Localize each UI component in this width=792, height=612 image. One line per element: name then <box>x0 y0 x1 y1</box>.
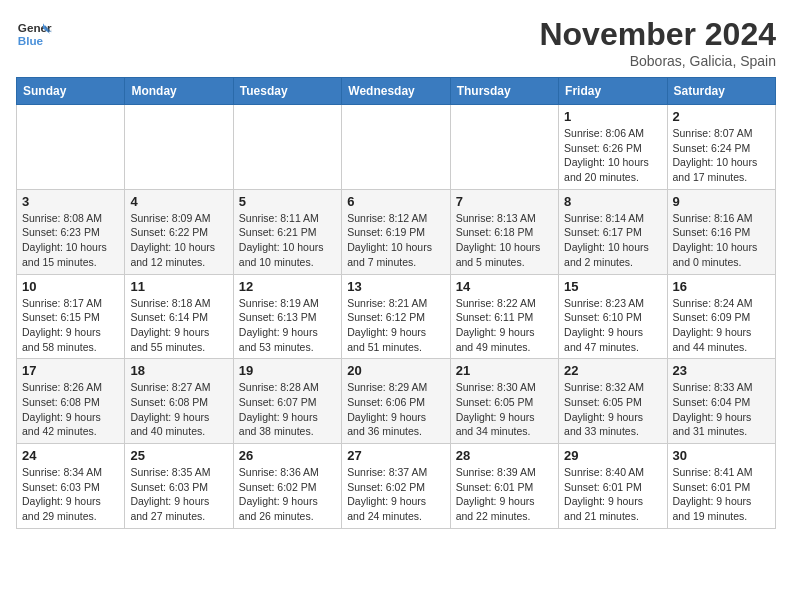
day-info: Sunrise: 8:27 AM Sunset: 6:08 PM Dayligh… <box>130 380 227 439</box>
calendar-cell <box>17 105 125 190</box>
calendar-cell: 11Sunrise: 8:18 AM Sunset: 6:14 PM Dayli… <box>125 274 233 359</box>
day-number: 26 <box>239 448 336 463</box>
day-number: 24 <box>22 448 119 463</box>
day-info: Sunrise: 8:16 AM Sunset: 6:16 PM Dayligh… <box>673 211 770 270</box>
day-info: Sunrise: 8:17 AM Sunset: 6:15 PM Dayligh… <box>22 296 119 355</box>
day-info: Sunrise: 8:37 AM Sunset: 6:02 PM Dayligh… <box>347 465 444 524</box>
day-number: 2 <box>673 109 770 124</box>
calendar-cell: 26Sunrise: 8:36 AM Sunset: 6:02 PM Dayli… <box>233 444 341 529</box>
page-header: General Blue November 2024 Boboras, Gali… <box>16 16 776 69</box>
day-info: Sunrise: 8:26 AM Sunset: 6:08 PM Dayligh… <box>22 380 119 439</box>
day-info: Sunrise: 8:09 AM Sunset: 6:22 PM Dayligh… <box>130 211 227 270</box>
day-number: 10 <box>22 279 119 294</box>
day-number: 6 <box>347 194 444 209</box>
calendar-cell: 27Sunrise: 8:37 AM Sunset: 6:02 PM Dayli… <box>342 444 450 529</box>
calendar-cell: 15Sunrise: 8:23 AM Sunset: 6:10 PM Dayli… <box>559 274 667 359</box>
month-title: November 2024 <box>539 16 776 53</box>
day-number: 3 <box>22 194 119 209</box>
header-friday: Friday <box>559 78 667 105</box>
calendar-cell: 12Sunrise: 8:19 AM Sunset: 6:13 PM Dayli… <box>233 274 341 359</box>
day-number: 29 <box>564 448 661 463</box>
calendar-week-2: 3Sunrise: 8:08 AM Sunset: 6:23 PM Daylig… <box>17 189 776 274</box>
calendar-cell <box>125 105 233 190</box>
calendar-cell: 23Sunrise: 8:33 AM Sunset: 6:04 PM Dayli… <box>667 359 775 444</box>
day-info: Sunrise: 8:07 AM Sunset: 6:24 PM Dayligh… <box>673 126 770 185</box>
day-info: Sunrise: 8:32 AM Sunset: 6:05 PM Dayligh… <box>564 380 661 439</box>
calendar-cell: 3Sunrise: 8:08 AM Sunset: 6:23 PM Daylig… <box>17 189 125 274</box>
calendar-cell: 24Sunrise: 8:34 AM Sunset: 6:03 PM Dayli… <box>17 444 125 529</box>
day-info: Sunrise: 8:36 AM Sunset: 6:02 PM Dayligh… <box>239 465 336 524</box>
day-info: Sunrise: 8:39 AM Sunset: 6:01 PM Dayligh… <box>456 465 553 524</box>
day-info: Sunrise: 8:23 AM Sunset: 6:10 PM Dayligh… <box>564 296 661 355</box>
day-info: Sunrise: 8:13 AM Sunset: 6:18 PM Dayligh… <box>456 211 553 270</box>
day-number: 22 <box>564 363 661 378</box>
day-info: Sunrise: 8:41 AM Sunset: 6:01 PM Dayligh… <box>673 465 770 524</box>
day-number: 17 <box>22 363 119 378</box>
day-info: Sunrise: 8:35 AM Sunset: 6:03 PM Dayligh… <box>130 465 227 524</box>
logo: General Blue <box>16 16 52 52</box>
day-number: 4 <box>130 194 227 209</box>
header-saturday: Saturday <box>667 78 775 105</box>
header-monday: Monday <box>125 78 233 105</box>
calendar-cell: 18Sunrise: 8:27 AM Sunset: 6:08 PM Dayli… <box>125 359 233 444</box>
day-number: 21 <box>456 363 553 378</box>
calendar-cell: 4Sunrise: 8:09 AM Sunset: 6:22 PM Daylig… <box>125 189 233 274</box>
calendar-cell: 25Sunrise: 8:35 AM Sunset: 6:03 PM Dayli… <box>125 444 233 529</box>
header-wednesday: Wednesday <box>342 78 450 105</box>
day-number: 7 <box>456 194 553 209</box>
day-info: Sunrise: 8:12 AM Sunset: 6:19 PM Dayligh… <box>347 211 444 270</box>
day-number: 11 <box>130 279 227 294</box>
calendar-cell: 5Sunrise: 8:11 AM Sunset: 6:21 PM Daylig… <box>233 189 341 274</box>
day-number: 14 <box>456 279 553 294</box>
calendar-cell: 1Sunrise: 8:06 AM Sunset: 6:26 PM Daylig… <box>559 105 667 190</box>
calendar-week-5: 24Sunrise: 8:34 AM Sunset: 6:03 PM Dayli… <box>17 444 776 529</box>
calendar-cell <box>450 105 558 190</box>
calendar-week-3: 10Sunrise: 8:17 AM Sunset: 6:15 PM Dayli… <box>17 274 776 359</box>
day-number: 8 <box>564 194 661 209</box>
calendar-cell: 19Sunrise: 8:28 AM Sunset: 6:07 PM Dayli… <box>233 359 341 444</box>
calendar-table: SundayMondayTuesdayWednesdayThursdayFrid… <box>16 77 776 529</box>
day-info: Sunrise: 8:40 AM Sunset: 6:01 PM Dayligh… <box>564 465 661 524</box>
day-info: Sunrise: 8:29 AM Sunset: 6:06 PM Dayligh… <box>347 380 444 439</box>
day-number: 9 <box>673 194 770 209</box>
day-number: 30 <box>673 448 770 463</box>
calendar-cell: 28Sunrise: 8:39 AM Sunset: 6:01 PM Dayli… <box>450 444 558 529</box>
day-info: Sunrise: 8:22 AM Sunset: 6:11 PM Dayligh… <box>456 296 553 355</box>
day-number: 18 <box>130 363 227 378</box>
day-info: Sunrise: 8:24 AM Sunset: 6:09 PM Dayligh… <box>673 296 770 355</box>
day-info: Sunrise: 8:33 AM Sunset: 6:04 PM Dayligh… <box>673 380 770 439</box>
day-info: Sunrise: 8:18 AM Sunset: 6:14 PM Dayligh… <box>130 296 227 355</box>
title-block: November 2024 Boboras, Galicia, Spain <box>539 16 776 69</box>
day-info: Sunrise: 8:11 AM Sunset: 6:21 PM Dayligh… <box>239 211 336 270</box>
calendar-cell: 10Sunrise: 8:17 AM Sunset: 6:15 PM Dayli… <box>17 274 125 359</box>
calendar-cell: 8Sunrise: 8:14 AM Sunset: 6:17 PM Daylig… <box>559 189 667 274</box>
day-info: Sunrise: 8:34 AM Sunset: 6:03 PM Dayligh… <box>22 465 119 524</box>
header-thursday: Thursday <box>450 78 558 105</box>
day-number: 23 <box>673 363 770 378</box>
header-tuesday: Tuesday <box>233 78 341 105</box>
calendar-cell: 13Sunrise: 8:21 AM Sunset: 6:12 PM Dayli… <box>342 274 450 359</box>
calendar-cell: 2Sunrise: 8:07 AM Sunset: 6:24 PM Daylig… <box>667 105 775 190</box>
day-number: 28 <box>456 448 553 463</box>
calendar-cell: 16Sunrise: 8:24 AM Sunset: 6:09 PM Dayli… <box>667 274 775 359</box>
day-info: Sunrise: 8:30 AM Sunset: 6:05 PM Dayligh… <box>456 380 553 439</box>
day-info: Sunrise: 8:21 AM Sunset: 6:12 PM Dayligh… <box>347 296 444 355</box>
day-number: 5 <box>239 194 336 209</box>
calendar-cell: 7Sunrise: 8:13 AM Sunset: 6:18 PM Daylig… <box>450 189 558 274</box>
calendar-cell: 29Sunrise: 8:40 AM Sunset: 6:01 PM Dayli… <box>559 444 667 529</box>
calendar-cell: 30Sunrise: 8:41 AM Sunset: 6:01 PM Dayli… <box>667 444 775 529</box>
day-info: Sunrise: 8:14 AM Sunset: 6:17 PM Dayligh… <box>564 211 661 270</box>
day-number: 15 <box>564 279 661 294</box>
calendar-cell: 17Sunrise: 8:26 AM Sunset: 6:08 PM Dayli… <box>17 359 125 444</box>
day-number: 1 <box>564 109 661 124</box>
location-subtitle: Boboras, Galicia, Spain <box>539 53 776 69</box>
calendar-cell: 9Sunrise: 8:16 AM Sunset: 6:16 PM Daylig… <box>667 189 775 274</box>
calendar-cell <box>342 105 450 190</box>
svg-text:Blue: Blue <box>18 34 44 47</box>
day-number: 19 <box>239 363 336 378</box>
day-number: 13 <box>347 279 444 294</box>
calendar-cell: 20Sunrise: 8:29 AM Sunset: 6:06 PM Dayli… <box>342 359 450 444</box>
day-number: 16 <box>673 279 770 294</box>
calendar-cell: 6Sunrise: 8:12 AM Sunset: 6:19 PM Daylig… <box>342 189 450 274</box>
calendar-week-4: 17Sunrise: 8:26 AM Sunset: 6:08 PM Dayli… <box>17 359 776 444</box>
